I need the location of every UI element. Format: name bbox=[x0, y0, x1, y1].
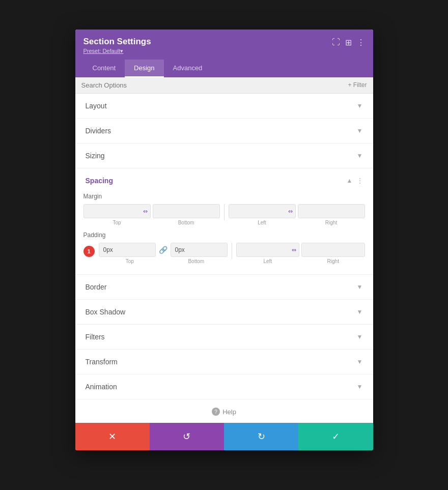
padding-divider bbox=[232, 243, 232, 259]
tab-advanced[interactable]: Advanced bbox=[164, 60, 212, 77]
margin-top-bottom-group: ⇔ Top Bottom bbox=[83, 204, 220, 225]
padding-left-field[interactable]: ⇔ bbox=[236, 243, 300, 257]
filters-chevron-icon: ▼ bbox=[357, 333, 363, 340]
layout-chevron-icon: ▼ bbox=[357, 102, 363, 109]
margin-left-right-group: ⇔ Left Right bbox=[229, 204, 365, 225]
panel-preset[interactable]: Preset: Default▾ bbox=[83, 48, 151, 54]
spacing-content: Margin ⇔ bbox=[75, 193, 373, 274]
padding-bottom-field[interactable] bbox=[171, 243, 228, 257]
filter-button[interactable]: + Filter bbox=[348, 81, 367, 89]
padding-badge: 1 bbox=[83, 246, 95, 257]
margin-top-label: Top bbox=[83, 220, 151, 225]
margin-left-label: Left bbox=[229, 220, 296, 225]
more-options-icon[interactable]: ⋮ bbox=[357, 38, 365, 47]
section-box-shadow[interactable]: Box Shadow ▼ bbox=[75, 300, 373, 325]
spacing-label: Spacing bbox=[86, 177, 113, 185]
border-chevron-icon: ▼ bbox=[357, 283, 363, 291]
section-filters[interactable]: Filters ▼ bbox=[75, 325, 373, 350]
box-shadow-label: Box Shadow bbox=[86, 308, 126, 316]
spacing-header-icons: ▲ ⋮ bbox=[347, 177, 363, 184]
tabs-bar: Content Design Advanced bbox=[75, 60, 373, 77]
spacing-chevron-up-icon: ▲ bbox=[347, 177, 353, 184]
header-icons: ⛶ ⊞ ⋮ bbox=[332, 37, 365, 47]
margin-bottom-field[interactable] bbox=[153, 204, 220, 218]
margin-bottom-label: Bottom bbox=[153, 220, 220, 225]
padding-tb-labels: Top Bottom bbox=[99, 258, 228, 264]
padding-bottom-label: Bottom bbox=[165, 258, 228, 264]
padding-link-icon: 🔗 bbox=[159, 246, 167, 254]
box-shadow-chevron-icon: ▼ bbox=[357, 308, 363, 315]
sizing-label: Sizing bbox=[86, 152, 105, 160]
search-input[interactable] bbox=[81, 81, 348, 89]
cancel-button[interactable]: ✕ bbox=[75, 423, 150, 450]
transform-label: Transform bbox=[86, 358, 118, 366]
redo-icon: ↻ bbox=[258, 431, 265, 442]
margin-right-label: Right bbox=[298, 220, 365, 225]
section-border[interactable]: Border ▼ bbox=[75, 275, 373, 300]
spacing-header[interactable]: Spacing ▲ ⋮ bbox=[75, 168, 373, 193]
tab-design[interactable]: Design bbox=[125, 60, 163, 77]
padding-top-field[interactable] bbox=[99, 243, 156, 257]
undo-button[interactable]: ↺ bbox=[150, 423, 224, 450]
tab-content[interactable]: Content bbox=[83, 60, 125, 77]
section-dividers[interactable]: Dividers ▼ bbox=[75, 119, 373, 143]
animation-chevron-icon: ▼ bbox=[357, 383, 363, 390]
margin-top-link-icon: ⇔ bbox=[143, 208, 148, 214]
section-layout[interactable]: Layout ▼ bbox=[75, 94, 373, 119]
save-icon: ✓ bbox=[332, 431, 340, 442]
border-label: Border bbox=[86, 283, 107, 291]
help-label: Help bbox=[222, 408, 236, 416]
layout-label: Layout bbox=[86, 102, 107, 110]
margin-left-link-icon: ⇔ bbox=[288, 208, 293, 214]
section-spacing: Spacing ▲ ⋮ Margin ⇔ bbox=[75, 168, 373, 275]
padding-left-right-group: ⇔ Left Right bbox=[236, 243, 365, 264]
padding-left-label: Left bbox=[236, 258, 300, 264]
help-icon: ? bbox=[212, 408, 220, 416]
section-sizing[interactable]: Sizing ▼ bbox=[75, 143, 373, 168]
padding-right-field[interactable] bbox=[301, 243, 365, 257]
spacing-more-icon[interactable]: ⋮ bbox=[357, 177, 363, 184]
section-animation[interactable]: Animation ▼ bbox=[75, 374, 373, 399]
filters-label: Filters bbox=[86, 333, 105, 341]
help-row: ? Help bbox=[75, 399, 373, 423]
margin-right-field[interactable] bbox=[298, 204, 365, 218]
padding-right-label: Right bbox=[301, 258, 365, 264]
section-transform[interactable]: Transform ▼ bbox=[75, 350, 373, 374]
panel-title-group: Section Settings Preset: Default▾ bbox=[83, 37, 151, 54]
margin-label: Margin bbox=[83, 193, 365, 200]
dividers-label: Dividers bbox=[86, 127, 111, 135]
padding-top-label: Top bbox=[99, 258, 161, 264]
margin-top-field[interactable]: ⇔ bbox=[83, 204, 151, 218]
margin-lr-labels: Left Right bbox=[229, 220, 365, 225]
panel-body: Layout ▼ Dividers ▼ Sizing ▼ Spacing ▲ ⋮ bbox=[75, 94, 373, 423]
margin-left-field[interactable]: ⇔ bbox=[229, 204, 296, 218]
help-link[interactable]: ? Help bbox=[212, 408, 236, 416]
padding-top-bottom-group: 🔗 Top Bottom bbox=[99, 243, 228, 264]
margin-inputs-row: ⇔ Top Bottom bbox=[83, 204, 365, 225]
dividers-chevron-icon: ▼ bbox=[357, 127, 363, 134]
padding-inputs-row: 1 🔗 bbox=[83, 243, 365, 264]
save-button[interactable]: ✓ bbox=[298, 423, 373, 450]
margin-tb-labels: Top Bottom bbox=[83, 220, 220, 225]
panel-header: Section Settings Preset: Default▾ ⛶ ⊞ ⋮ bbox=[75, 30, 373, 60]
padding-left-link-icon: ⇔ bbox=[292, 246, 296, 253]
padding-label: Padding bbox=[83, 232, 365, 239]
search-bar: + Filter bbox=[75, 77, 373, 94]
sizing-chevron-icon: ▼ bbox=[357, 152, 363, 159]
padding-lr-labels: Left Right bbox=[236, 258, 365, 264]
panel-footer: ✕ ↺ ↻ ✓ bbox=[75, 423, 373, 450]
margin-divider bbox=[224, 204, 225, 220]
redo-button[interactable]: ↻ bbox=[224, 423, 298, 450]
fullscreen-icon[interactable]: ⛶ bbox=[332, 38, 340, 47]
animation-label: Animation bbox=[86, 383, 117, 391]
panel-title: Section Settings bbox=[83, 37, 151, 47]
cancel-icon: ✕ bbox=[108, 431, 116, 442]
layout-icon[interactable]: ⊞ bbox=[345, 38, 352, 47]
section-settings-panel: Section Settings Preset: Default▾ ⛶ ⊞ ⋮ … bbox=[75, 30, 373, 451]
undo-icon: ↺ bbox=[183, 431, 190, 442]
transform-chevron-icon: ▼ bbox=[357, 358, 363, 365]
